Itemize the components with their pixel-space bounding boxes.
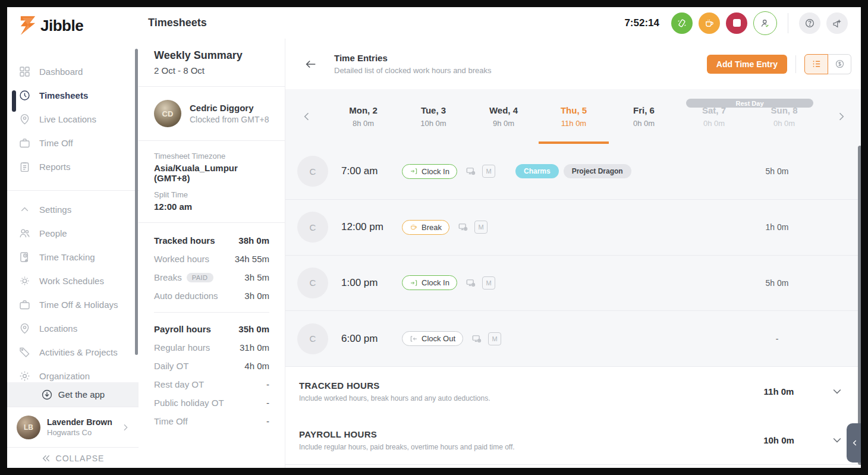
sidebar-divider — [7, 190, 139, 191]
day-tab-fri-6[interactable]: Fri, 60h 0m — [609, 89, 679, 144]
sidebar-item-settings[interactable]: Settings — [7, 197, 139, 221]
break-cup-icon — [410, 223, 418, 231]
sidebar: Jibble DashboardTimesheetsLive Locations… — [7, 7, 139, 468]
collapse-sidebar-button[interactable]: COLLAPSE — [7, 447, 139, 468]
user-avatar: LB — [17, 416, 40, 439]
logo-text: Jibble — [40, 17, 83, 35]
day-tab-sat-7[interactable]: Sat, 70h 0m — [679, 89, 749, 144]
chevron-down-icon[interactable] — [831, 434, 843, 446]
day-tab-tue-3[interactable]: Tue, 310h 0m — [398, 89, 468, 144]
entry-type-label: Clock Out — [422, 334, 455, 343]
clock-out-button[interactable] — [726, 12, 747, 34]
entry-type-pill[interactable]: Clock In — [402, 275, 457, 290]
sidebar-item-timesheets[interactable]: Timesheets — [7, 83, 139, 107]
entry-tags: CharmsProject Dragon — [515, 164, 631, 178]
back-arrow-icon[interactable] — [304, 58, 317, 71]
tag-project-dragon[interactable]: Project Dragon — [564, 164, 631, 178]
user-name: Lavender Brown — [47, 417, 112, 427]
stat-row: Rest day OT- — [154, 375, 269, 394]
weekly-summary-panel: Weekly Summary 2 Oct - 8 Oct CD Cedric D… — [139, 39, 285, 468]
sidebar-item-time-tracking[interactable]: Time Tracking — [7, 245, 139, 269]
time-entry-row[interactable]: C12:00 pmBreakM1h 0m — [285, 200, 861, 256]
day-hours: 9h 0m — [493, 119, 514, 128]
summary-person[interactable]: CD Cedric Diggory Clocked from GMT+8 — [139, 87, 285, 141]
next-week-chevron[interactable] — [835, 111, 847, 122]
day-hours: 8h 0m — [353, 119, 374, 128]
manual-entry-icon: M — [488, 332, 501, 345]
stat-value: - — [266, 379, 269, 389]
entry-source-icons: M — [471, 332, 501, 345]
expand-panel-handle[interactable] — [847, 423, 861, 463]
app-screen: Jibble DashboardTimesheetsLive Locations… — [7, 7, 861, 468]
sidebar-item-activities-projects[interactable]: Activities & Projects — [7, 340, 139, 364]
sidebar-scrollbar[interactable] — [135, 49, 138, 355]
day-label: Sun, 8 — [770, 105, 797, 115]
day-hours: 0h 0m — [773, 119, 795, 128]
announcements-button[interactable] — [826, 12, 848, 34]
sidebar-item-time-off-holidays[interactable]: Time Off & Holidays — [7, 292, 139, 316]
entry-type-pill[interactable]: Clock Out — [402, 331, 463, 346]
add-time-entry-button[interactable]: Add Time Entry — [707, 55, 787, 74]
sidebar-item-live-locations[interactable]: Live Locations — [7, 107, 139, 131]
collapse-label: COLLAPSE — [56, 454, 105, 463]
question-icon — [804, 18, 815, 29]
switch-activity-button[interactable] — [671, 12, 693, 34]
help-button[interactable] — [799, 12, 820, 34]
chevron-right-icon — [121, 423, 130, 432]
start-break-button[interactable] — [699, 12, 720, 34]
stat-row: BreaksPAID3h 5m — [154, 268, 269, 287]
day-tab-mon-2[interactable]: Mon, 28h 0m — [328, 89, 398, 144]
stat-label-text: Public holiday OT — [154, 398, 224, 408]
actions-divider — [795, 55, 796, 73]
stat-value: - — [266, 398, 269, 408]
chevron-down-icon[interactable] — [831, 385, 843, 397]
stat-label: Worked hours — [154, 254, 209, 264]
day-label: Mon, 2 — [349, 105, 378, 115]
day-tab-thu-5[interactable]: Thu, 511h 0m — [539, 89, 609, 144]
list-icon — [812, 59, 822, 69]
stat-label: Public holiday OT — [154, 398, 224, 408]
time-entry-row[interactable]: C7:00 amClock InMCharmsProject Dragon5h … — [285, 144, 861, 200]
gear-icon — [18, 370, 31, 382]
stat-label-text: Rest day OT — [154, 379, 204, 389]
sidebar-item-work-schedules[interactable]: Work Schedules — [7, 269, 139, 292]
tag-charms[interactable]: Charms — [515, 164, 559, 178]
clocked-in-status-button[interactable] — [753, 11, 777, 35]
sidebar-item-locations[interactable]: Locations — [7, 316, 139, 340]
time-entry-row[interactable]: C1:00 pmClock InM5h 0m — [285, 256, 861, 312]
list-view-button[interactable] — [804, 54, 828, 74]
stat-value: 34h 55m — [235, 254, 269, 264]
section-texts: PAYROLL HOURSInclude regular hours, paid… — [299, 429, 515, 451]
payroll-view-button[interactable] — [828, 54, 851, 74]
sidebar-item-label: Settings — [39, 205, 71, 215]
main-scrollbar[interactable] — [858, 146, 861, 465]
summary-date-range: 2 Oct - 8 Oct — [154, 65, 269, 76]
user-account-row[interactable]: LB Lavender Brown Hogwarts Co — [7, 407, 139, 447]
entry-avatar: C — [297, 212, 328, 243]
prev-week-chevron[interactable] — [301, 111, 313, 122]
device-icon — [466, 278, 476, 288]
entry-source-icons: M — [458, 221, 488, 234]
sidebar-item-time-off[interactable]: Time Off — [7, 131, 139, 155]
day-tab-sun-8[interactable]: Sun, 80h 0m — [749, 89, 819, 144]
entry-type-pill[interactable]: Break — [402, 220, 449, 235]
chevron-left-icon — [851, 439, 859, 447]
get-the-app-button[interactable]: Get the app — [7, 382, 139, 407]
pin-icon — [18, 113, 31, 125]
summary-section-tracked-hours[interactable]: TRACKED HOURSInclude worked hours, break… — [285, 367, 861, 416]
time-entry-row[interactable]: C6:00 pmClock OutM- — [285, 311, 861, 367]
sidebar-item-dashboard[interactable]: Dashboard — [7, 59, 139, 83]
day-tab-wed-4[interactable]: Wed, 49h 0m — [468, 89, 539, 144]
jibble-logo[interactable]: Jibble — [19, 15, 83, 36]
sidebar-item-people[interactable]: People — [7, 221, 139, 245]
sidebar-nav-main: DashboardTimesheetsLive LocationsTime Of… — [7, 59, 139, 178]
summary-section-payroll-hours[interactable]: PAYROLL HOURSInclude regular hours, paid… — [285, 416, 861, 465]
stat-row: Daily OT4h 0m — [154, 357, 269, 375]
stat-label: Payroll hours — [154, 324, 211, 334]
sidebar-item-reports[interactable]: Reports — [7, 155, 139, 178]
stat-label: Auto deductions — [154, 291, 218, 301]
time-entries-header: Time Entries Detailed list of clocked wo… — [285, 39, 861, 89]
stat-label: Rest day OT — [154, 379, 204, 389]
active-nav-indicator — [12, 90, 16, 112]
entry-type-pill[interactable]: Clock In — [402, 164, 457, 179]
